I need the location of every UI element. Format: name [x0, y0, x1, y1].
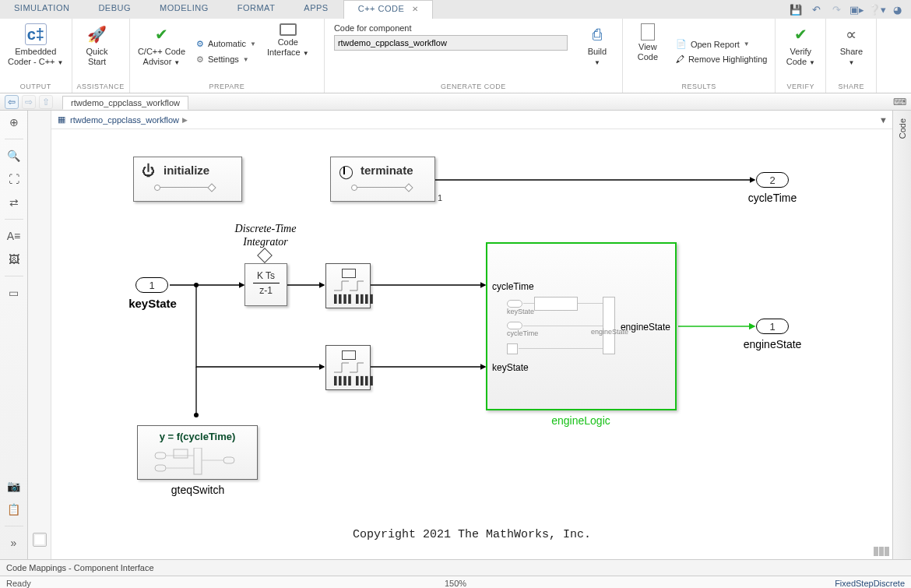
tab-cppcode-label: C++ CODE [358, 4, 405, 13]
copyright-text: Copyright 2021 The MathWorks, Inc. [51, 528, 892, 541]
code-interface-button[interactable]: CodeInterface ▼ [264, 22, 312, 81]
undo-icon[interactable]: ↶ [810, 3, 822, 16]
verify-code-button[interactable]: ✔ VerifyCode ▼ [780, 22, 821, 81]
nav-up-button[interactable]: ⇧ [39, 95, 53, 109]
nav-forward-button[interactable]: ⇨ [22, 95, 36, 109]
tab-apps[interactable]: APPS [290, 0, 343, 19]
group-generate-label: GENERATE CODE [329, 81, 617, 93]
terminate-port-num: 1 [438, 193, 442, 202]
status-zoom[interactable]: 150% [445, 579, 466, 588]
tab-format[interactable]: FORMAT [223, 0, 290, 19]
mini-enginestate: engineState [591, 328, 628, 336]
enginelogic-subsystem[interactable]: cycleTime keyState engineState keyState … [486, 242, 677, 410]
highlight-icon: 🖍 [676, 55, 684, 64]
share-button[interactable]: ∝ Share▼ [831, 22, 871, 81]
screenshot-icon[interactable]: 📷 [5, 477, 23, 495]
automatic-button[interactable]: ⚙Automatic▼ [193, 37, 259, 51]
outport-cycletime[interactable]: 2 [756, 172, 789, 188]
global-tabstrip: SIMULATION DEBUG MODELING FORMAT APPS C+… [0, 0, 911, 19]
save-icon[interactable]: 💾 [790, 3, 802, 16]
terminate-block[interactable]: ◯ terminate 1 [330, 157, 435, 202]
code-advisor-button[interactable]: ✔ C/C++ CodeAdvisor ▼ [135, 22, 188, 81]
property-icon[interactable]: 📋 [5, 501, 23, 518]
sub-cycletime-port: cycleTime [492, 281, 534, 292]
rate-transition-2[interactable]: ▌▌▌▌ ▌▌▌▌ [325, 345, 371, 390]
rate-transition-1[interactable]: ▌▌▌▌ ▌▌▌▌ [325, 263, 371, 308]
breadcrumb: ▦ rtwdemo_cppclass_workflow ▶ ▼ [51, 111, 892, 129]
chevron-down-icon: ▼ [243, 56, 249, 63]
model-canvas[interactable]: ⏻ initialize ◯ terminate 1 1 keyState [51, 129, 892, 559]
verify-line1: Verify [790, 47, 812, 56]
quick-start-button[interactable]: 🚀 QuickStart [77, 22, 118, 81]
advisor-line1: C/C++ Code [138, 47, 185, 56]
rocket-icon: 🚀 [86, 23, 108, 45]
integrator-label2: Integrator [243, 236, 288, 248]
breadcrumb-model[interactable]: rtwdemo_cppclass_workflow [70, 115, 179, 125]
remove-highlighting-button[interactable]: 🖍Remove Highlighting [673, 53, 771, 65]
close-icon[interactable]: ✕ [412, 5, 419, 13]
tab-simulation[interactable]: SIMULATION [0, 0, 84, 19]
embedded-coder-button[interactable]: c‡ EmbeddedCoder - C++ ▼ [5, 22, 67, 81]
z1-label: z-1 [245, 285, 287, 296]
view-code-button[interactable]: ViewCode [628, 22, 668, 81]
commands-icon[interactable]: ▣▸ [850, 3, 863, 16]
hide-browser-icon[interactable]: ⊕ [5, 114, 23, 131]
sub-keystate-port: keyState [492, 362, 529, 373]
nav-back-button[interactable]: ⇦ [5, 95, 19, 109]
status-solver[interactable]: FixedStepDiscrete [835, 579, 905, 588]
share-label: Share [840, 47, 863, 56]
tab-cppcode[interactable]: C++ CODE ✕ [343, 0, 434, 19]
tab-modeling[interactable]: MODELING [146, 0, 223, 19]
inport-keystate[interactable]: 1 [135, 277, 168, 293]
expand-icon[interactable]: » [5, 534, 23, 551]
help-icon[interactable]: ❔▾ [871, 3, 883, 16]
initialize-block[interactable]: ⏻ initialize [133, 157, 242, 202]
group-prepare: ✔ C/C++ CodeAdvisor ▼ ⚙Automatic▼ ⚙Setti… [130, 19, 325, 93]
annotation-icon[interactable]: A≡ [5, 227, 23, 245]
power-icon: ⏻ [142, 164, 155, 179]
remove-hi-label: Remove Highlighting [688, 55, 768, 64]
code-component-label: Code for component [334, 23, 568, 33]
quick-line1: Quick [86, 47, 107, 56]
breadcrumb-drop-icon[interactable]: ▼ [879, 115, 888, 125]
chevron-down-icon: ▼ [744, 40, 750, 48]
keyboard-icon[interactable]: ⌨ [893, 97, 906, 107]
fit-icon[interactable]: ⛶ [5, 171, 23, 188]
minimize-ribbon-icon[interactable]: ◕ [891, 3, 903, 16]
integrator-block[interactable]: K Ts z-1 [244, 263, 287, 306]
quick-line2: Start [88, 57, 106, 66]
swap-icon[interactable]: ⇄ [5, 194, 23, 211]
group-results-label: RESULTS [628, 81, 771, 93]
code-component-input[interactable] [334, 35, 568, 51]
svg-rect-9 [155, 465, 166, 471]
minimap-icon[interactable] [874, 547, 889, 556]
svg-rect-8 [155, 452, 166, 459]
model-data-icon[interactable] [33, 533, 47, 547]
image-icon[interactable]: 🖼 [5, 251, 23, 268]
tab-debug[interactable]: DEBUG [84, 0, 146, 19]
group-generate: Code for component ⎙ Build▼ GENERATE COD… [325, 19, 623, 93]
settings-button[interactable]: ⚙Settings▼ [193, 53, 259, 66]
code-side-panel[interactable]: Code [892, 111, 911, 559]
open-report-button[interactable]: 📄Open Report▼ [673, 37, 771, 51]
code-mappings-panel[interactable]: Code Mappings - Component Interface [0, 559, 911, 576]
embedded-line2: Coder - C++ [8, 57, 55, 66]
enginestate-port-num: 1 [769, 321, 775, 333]
group-verify-label: VERIFY [780, 81, 821, 93]
palette: ⊕ 🔍 ⛶ ⇄ A≡ 🖼 ▭ 📷 📋 » [0, 111, 28, 559]
chevron-right-icon[interactable]: ▶ [182, 116, 188, 124]
model-tab[interactable]: rtwdemo_cppclass_workflow [62, 96, 188, 110]
svg-rect-10 [194, 448, 202, 474]
viewmark-icon[interactable]: ▭ [5, 284, 23, 301]
redo-icon[interactable]: ↷ [830, 3, 842, 16]
outport-enginestate[interactable]: 1 [756, 319, 789, 334]
inport-num: 1 [149, 280, 154, 291]
zoom-icon[interactable]: 🔍 [5, 147, 23, 164]
gteq-fn-label: y = f(cycleTime) [138, 431, 257, 442]
settings-label: Settings [208, 55, 239, 64]
model-icon: ▦ [56, 114, 67, 125]
build-button[interactable]: ⎙ Build▼ [577, 22, 617, 81]
kts-label: K Ts [245, 270, 287, 281]
gteqswitch-block[interactable]: y = f(cycleTime) [137, 425, 258, 480]
verify-line2: Code [786, 57, 807, 66]
